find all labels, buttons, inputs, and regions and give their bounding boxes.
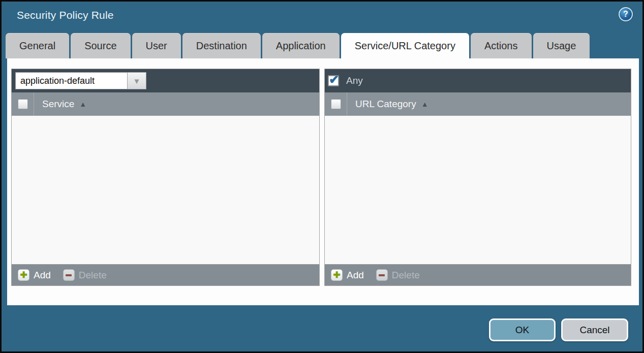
service-type-dropdown-button[interactable]: ▼ <box>127 72 146 89</box>
tab-usage[interactable]: Usage <box>533 33 590 58</box>
security-policy-rule-dialog: Security Policy Rule ? General Source Us… <box>0 0 644 353</box>
delete-minus-icon <box>379 274 385 276</box>
tab-application[interactable]: Application <box>262 33 340 58</box>
url-category-table-header: URL Category ▲ <box>325 92 631 116</box>
service-list[interactable] <box>12 116 319 264</box>
delete-minus-icon <box>66 274 72 276</box>
service-panel: application-default ▼ Service ▲ ✚ Add <box>11 69 320 286</box>
service-toolbar: application-default ▼ <box>12 69 319 92</box>
tab-destination[interactable]: Destination <box>182 33 261 58</box>
url-category-toolbar: ✔ Any <box>325 69 631 92</box>
service-type-dropdown-value[interactable]: application-default <box>15 72 127 89</box>
add-service-button[interactable]: ✚ Add <box>18 269 51 281</box>
tab-bar: General Source User Destination Applicat… <box>6 33 638 58</box>
dialog-titlebar: Security Policy Rule ? <box>2 2 642 33</box>
tab-actions[interactable]: Actions <box>471 33 532 58</box>
any-checkbox[interactable]: ✔ <box>328 75 339 86</box>
add-plus-icon: ✚ <box>333 271 340 279</box>
checkmark-icon: ✔ <box>329 73 339 87</box>
sort-ascending-icon[interactable]: ▲ <box>421 100 428 108</box>
tab-service-url-category[interactable]: Service/URL Category <box>341 33 469 58</box>
any-checkbox-label[interactable]: Any <box>346 75 363 86</box>
service-column-header[interactable]: Service <box>42 99 74 110</box>
url-category-panel: ✔ Any URL Category ▲ ✚ Add Delete <box>324 69 631 286</box>
tab-user[interactable]: User <box>132 33 181 58</box>
tab-source[interactable]: Source <box>71 33 130 58</box>
delete-service-button[interactable]: Delete <box>63 269 107 281</box>
select-all-services-checkbox[interactable] <box>18 99 28 109</box>
url-category-footer: ✚ Add Delete <box>325 264 631 285</box>
service-type-dropdown[interactable]: application-default ▼ <box>15 72 146 89</box>
page-title: Security Policy Rule <box>17 9 114 21</box>
url-category-column-header[interactable]: URL Category <box>355 99 416 110</box>
chevron-down-icon: ▼ <box>133 77 141 85</box>
service-table-header: Service ▲ <box>12 92 319 116</box>
cancel-button[interactable]: Cancel <box>561 318 628 341</box>
url-category-list[interactable] <box>325 116 631 264</box>
delete-url-category-button[interactable]: Delete <box>376 269 420 281</box>
tab-general[interactable]: General <box>6 33 69 58</box>
ok-button[interactable]: OK <box>489 318 556 341</box>
select-all-url-categories-checkbox[interactable] <box>331 99 341 109</box>
add-url-category-button[interactable]: ✚ Add <box>331 269 364 281</box>
sort-ascending-icon[interactable]: ▲ <box>79 100 86 108</box>
help-icon[interactable]: ? <box>619 7 633 21</box>
tab-content-service-url-category: application-default ▼ Service ▲ ✚ Add <box>7 58 639 305</box>
add-plus-icon: ✚ <box>20 271 27 279</box>
service-footer: ✚ Add Delete <box>12 264 319 285</box>
